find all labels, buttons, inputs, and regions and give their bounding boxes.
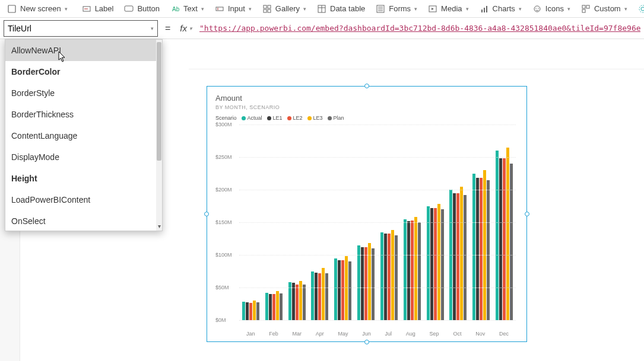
gridline (239, 255, 516, 255)
x-tick-label: Aug (406, 331, 415, 337)
svg-point-29 (641, 7, 644, 11)
property-option[interactable]: OnSelect (5, 210, 156, 231)
resize-handle-s[interactable] (364, 340, 369, 344)
label-button[interactable]: Label (77, 2, 119, 15)
media-icon (428, 4, 437, 14)
bar-group (380, 230, 398, 320)
chart-legend: ScenarioActualLE1LE2LE3Plan (215, 115, 518, 121)
chart-plot: JanFebMarAprMayJunJulAugSepOctNovDec $0M… (215, 124, 518, 337)
x-tick-label: Jun (362, 331, 371, 337)
bar (391, 230, 394, 320)
media-button[interactable]: Media ▾ (423, 2, 473, 15)
x-tick-label: May (338, 331, 348, 337)
legend-item: Plan (328, 115, 344, 121)
screen-icon (7, 4, 17, 14)
button-button[interactable]: Button (119, 2, 164, 15)
data-table-label: Data table (330, 4, 365, 13)
formula-text[interactable]: "https://app.powerbi.com/embed?dashboard… (199, 24, 640, 33)
bar (476, 178, 479, 320)
forms-button[interactable]: Forms ▾ (371, 2, 422, 15)
text-button[interactable]: Ab Text ▾ (166, 2, 209, 15)
svg-rect-8 (268, 5, 271, 8)
text-icon: Ab (170, 4, 180, 14)
bar-group (242, 301, 259, 320)
new-screen-label: New screen (20, 4, 61, 13)
canvas[interactable]: Amount BY MONTH, SCENARIO ScenarioActual… (189, 69, 644, 361)
workspace: AllowNewAPIBorderColorBorderStyleBorderT… (0, 39, 644, 361)
x-tick-label: Oct (453, 331, 461, 337)
insert-ribbon: New screen ▾ Label Button Ab Text ▾ Inpu… (0, 0, 644, 18)
resize-handle-w[interactable] (204, 212, 209, 216)
chevron-down-icon: ▾ (519, 6, 522, 12)
bar (341, 260, 344, 320)
fx-button[interactable]: fx ▾ (177, 23, 195, 33)
bar (334, 258, 337, 321)
legend-swatch (328, 116, 332, 120)
gallery-button[interactable]: Gallery ▾ (258, 2, 311, 15)
custom-button[interactable]: Custom ▾ (576, 2, 632, 15)
bar (472, 174, 475, 321)
svg-rect-21 (484, 8, 485, 12)
legend-text: LE1 (273, 115, 283, 121)
ai-builder-button[interactable]: AI Builder ▾ (633, 2, 644, 15)
bar-group (449, 187, 467, 321)
property-option[interactable]: Height (5, 168, 156, 189)
chevron-down-icon: ▾ (249, 6, 252, 12)
y-tick-label: $300M (215, 122, 232, 127)
property-selector[interactable]: ▾ (4, 20, 158, 37)
svg-rect-10 (268, 9, 271, 12)
bar (280, 293, 283, 320)
charts-button[interactable]: Charts ▾ (475, 2, 526, 15)
powerbi-tile[interactable]: Amount BY MONTH, SCENARIO ScenarioActual… (207, 86, 527, 342)
bar (303, 285, 306, 321)
label-icon (82, 4, 91, 14)
chart-container: Amount BY MONTH, SCENARIO ScenarioActual… (207, 87, 526, 341)
gridline (239, 190, 516, 190)
legend-item: LE2 (287, 115, 303, 121)
legend-text: Actual (248, 115, 262, 121)
bar (276, 291, 279, 321)
table-icon (317, 4, 326, 14)
scrollbar[interactable] (156, 40, 162, 231)
property-input[interactable] (8, 24, 138, 33)
charts-icon (480, 4, 489, 14)
bar (299, 281, 302, 320)
bar (499, 158, 502, 320)
equals-label: = (163, 23, 173, 34)
resize-handle-e[interactable] (525, 212, 529, 216)
x-tick-label: Dec (499, 331, 509, 337)
property-option[interactable]: LoadPowerBIContent (5, 189, 156, 210)
new-screen-button[interactable]: New screen ▾ (2, 2, 72, 15)
bar (322, 268, 325, 320)
chevron-down-icon: ▾ (624, 6, 627, 12)
icons-button[interactable]: Icons ▾ (528, 2, 575, 15)
property-option[interactable]: BorderColor (5, 61, 156, 82)
bar-group (472, 170, 490, 320)
bar (338, 260, 341, 320)
svg-rect-26 (582, 5, 585, 8)
input-icon (215, 4, 224, 14)
chevron-down-icon: ▾ (567, 6, 570, 12)
legend-swatch (307, 116, 312, 120)
bar (437, 204, 440, 320)
svg-point-24 (535, 8, 537, 9)
bar (296, 285, 299, 321)
property-option[interactable]: BorderThickness (5, 104, 156, 125)
property-option[interactable]: DisplayMode (5, 146, 156, 168)
legend-item: Actual (242, 115, 262, 121)
property-option[interactable]: BorderStyle (5, 82, 156, 104)
property-dropdown[interactable]: AllowNewAPIBorderColorBorderStyleBorderT… (5, 39, 163, 231)
bar (434, 208, 437, 320)
resize-handle-n[interactable] (364, 84, 369, 88)
chart-subtitle: BY MONTH, SCENARIO (215, 104, 518, 110)
forms-icon (376, 4, 385, 14)
chevron-down-icon: ▾ (189, 25, 192, 31)
bar (325, 273, 328, 320)
data-table-button[interactable]: Data table (312, 2, 370, 15)
property-option[interactable]: AllowNewAPI (5, 40, 156, 61)
property-option[interactable]: ContentLanguage (5, 125, 156, 146)
scroll-thumb[interactable] (157, 42, 161, 161)
input-button[interactable]: Input ▾ (210, 2, 256, 15)
icons-icon (532, 4, 542, 14)
bar (311, 271, 314, 321)
